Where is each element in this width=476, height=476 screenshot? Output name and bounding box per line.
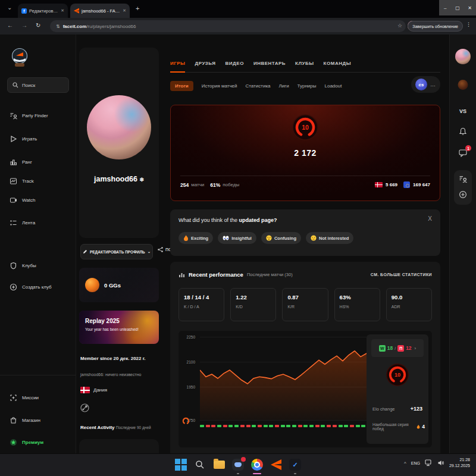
- browser-tab-facebook[interactable]: f Редактирование предложени ✕: [18, 4, 68, 18]
- party-finder-button[interactable]: [459, 175, 467, 186]
- volume-icon[interactable]: [437, 459, 444, 466]
- feedback-option-insightful[interactable]: Insightful: [218, 232, 256, 244]
- search-input[interactable]: Поиск: [7, 77, 69, 93]
- feedback-option-not-interested[interactable]: Not interested: [306, 232, 353, 244]
- match-result-loss: [211, 425, 215, 427]
- finish-update-button[interactable]: Завершить обновление: [408, 21, 463, 32]
- country-row: Дания: [80, 387, 107, 393]
- sidebar-item-create-club[interactable]: Создать клуб: [10, 283, 52, 291]
- wins-count: 18: [387, 345, 393, 351]
- start-button[interactable]: [174, 458, 187, 471]
- window-controls: – ▢ ✕: [439, 0, 476, 15]
- file-explorer-button[interactable]: [212, 458, 226, 471]
- replay-2025-banner[interactable]: Replay 2025 Your year has been unleashed…: [79, 311, 159, 344]
- chrome-button[interactable]: [250, 458, 264, 471]
- vs-widget[interactable]: VS: [450, 108, 476, 114]
- sidebar-item-play[interactable]: Играть: [10, 135, 37, 143]
- address-bar[interactable]: ⇅ faceit.com/ru/players/jamshood66: [50, 20, 406, 32]
- windows-taskbar: ✓ ^ ENG 21:28 29.12.2025: [0, 453, 476, 476]
- site-info-icon[interactable]: ⇅: [56, 24, 60, 29]
- replay-title: Replay 2025: [85, 318, 120, 324]
- close-window-button[interactable]: ✕: [464, 0, 476, 15]
- faceit-logo-icon[interactable]: [11, 48, 29, 70]
- tab-close-icon[interactable]: ✕: [61, 8, 64, 13]
- anticheat-app-button[interactable]: ✓: [289, 458, 302, 471]
- tab-inventory[interactable]: ИНВЕНТАРЬ: [253, 57, 286, 72]
- share-icon: [158, 247, 163, 252]
- sidebar-item-party-finder[interactable]: Party Finder: [10, 112, 48, 120]
- tab-friends[interactable]: ДРУЗЬЯ: [195, 57, 215, 72]
- new-tab-button[interactable]: +: [136, 5, 139, 12]
- folder-icon: [214, 461, 225, 469]
- notifications-button[interactable]: [459, 127, 467, 138]
- sidebar-item-clubs[interactable]: Клубы: [10, 262, 36, 270]
- sidebar-item-feed[interactable]: Лента: [10, 219, 35, 227]
- chevron-right-icon[interactable]: ›: [415, 346, 416, 351]
- subtab-leagues[interactable]: Лиги: [279, 83, 289, 89]
- sidebar-item-shop[interactable]: Магазин: [10, 416, 40, 424]
- language-indicator[interactable]: ENG: [411, 461, 420, 465]
- tab-search-icon[interactable]: ⌄: [7, 4, 12, 11]
- tab-close-icon[interactable]: ✕: [123, 8, 126, 13]
- subtab-match-history[interactable]: История матчей: [202, 83, 237, 89]
- tab-clubs[interactable]: КЛУБЫ: [295, 57, 314, 72]
- subtab-statistics[interactable]: Статистика: [245, 83, 270, 89]
- maximize-button[interactable]: ▢: [452, 0, 464, 15]
- feedback-option-confusing[interactable]: Confusing: [261, 232, 301, 244]
- steam-link[interactable]: [80, 403, 89, 415]
- stat-label: K / D / A: [184, 305, 219, 309]
- taskbar-search-button[interactable]: [193, 458, 206, 471]
- bookmark-star-icon[interactable]: ☆: [397, 23, 402, 29]
- stat-label: HS%: [340, 305, 375, 309]
- dismiss-feedback-icon[interactable]: X: [428, 215, 432, 222]
- faceit-app-button[interactable]: [270, 458, 283, 471]
- sidebar-item-watch[interactable]: Watch: [10, 196, 35, 204]
- discord-button[interactable]: [231, 458, 245, 471]
- more-games-icon[interactable]: …: [430, 82, 436, 87]
- tab-games[interactable]: ИГРЫ: [170, 57, 185, 72]
- profile-avatar[interactable]: [87, 95, 151, 159]
- search-icon: [195, 460, 205, 469]
- sidebar-item-track[interactable]: Track: [10, 177, 34, 185]
- match-result-win: [339, 425, 343, 427]
- see-more-stats-link[interactable]: СМ. БОЛЬШЕ СТАТИСТИКИ: [371, 273, 432, 277]
- party-widget: [454, 170, 472, 205]
- recent-performance-card: Recent performance Последние матчи (30) …: [170, 262, 440, 453]
- sidebar-item-premium[interactable]: Премиум: [10, 439, 43, 446]
- sidebar-item-rank[interactable]: Ранг: [10, 158, 32, 166]
- forward-button[interactable]: →: [21, 22, 27, 29]
- browser-menu-icon[interactable]: ⋮: [466, 21, 471, 27]
- back-button[interactable]: ←: [7, 22, 13, 29]
- match-result-loss: [223, 425, 227, 427]
- minimize-button[interactable]: –: [439, 0, 452, 15]
- recent-activity-header: Recent Activity Последние 90 дней: [80, 425, 151, 430]
- network-icon[interactable]: [425, 459, 433, 466]
- tray-expand-icon[interactable]: ^: [404, 461, 406, 466]
- sidebar-label: Клубы: [22, 263, 36, 268]
- feedback-options: Exciting Insightful Confusing Not intere…: [178, 232, 353, 244]
- sidebar-label: Создать клуб: [22, 284, 52, 290]
- y-axis: 2250210019501750: [178, 331, 198, 447]
- browser-tab-faceit[interactable]: jamshood66 - FACEIT.com ✕: [70, 4, 130, 18]
- profile-column: jamshood66 ✽ РЕДАКТИРОВАТЬ ПРОФИЛЬ ⌄ 0 G…: [79, 35, 159, 453]
- tab-videos[interactable]: ВИДЕО: [226, 57, 244, 72]
- game-switcher[interactable]: cs …: [411, 76, 440, 93]
- feedback-option-exciting[interactable]: Exciting: [178, 232, 213, 244]
- reload-button[interactable]: ↻: [36, 22, 40, 29]
- subtab-overview[interactable]: Итоги: [170, 81, 193, 91]
- win-loss-box[interactable]: W 18 / П 12 ›: [371, 339, 424, 357]
- cs2-game-icon[interactable]: cs: [415, 79, 427, 90]
- clock[interactable]: 21:28 29.12.2025: [449, 457, 470, 469]
- tab-teams[interactable]: КОМАНДЫ: [324, 57, 351, 72]
- ggs-card[interactable]: 0 GGs: [79, 268, 159, 302]
- user-avatar[interactable]: [455, 49, 471, 64]
- match-result-loss: [275, 425, 279, 427]
- add-party-button[interactable]: [459, 190, 467, 201]
- subtab-loadout[interactable]: Loadout: [325, 83, 342, 89]
- sidebar-item-missions[interactable]: Миссии: [10, 394, 39, 402]
- club-avatar[interactable]: [458, 80, 468, 90]
- subtab-tournaments[interactable]: Турниры: [298, 83, 317, 89]
- stat-tile-kd: 1.22K/D: [230, 288, 276, 321]
- edit-profile-button[interactable]: РЕДАКТИРОВАТЬ ПРОФИЛЬ ⌄: [80, 244, 153, 259]
- stat-value: 18 / 14 / 4: [184, 294, 219, 300]
